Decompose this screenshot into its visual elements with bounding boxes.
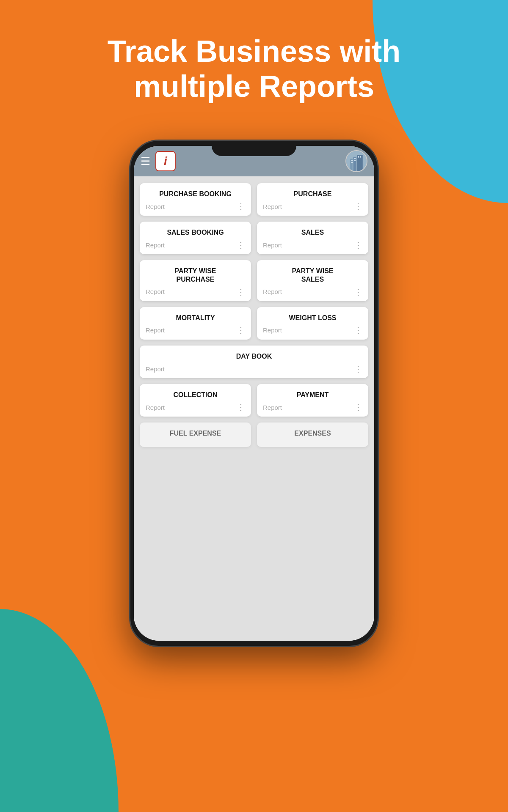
card-day-book[interactable]: DAY BOOK Report ⋮ <box>140 346 368 378</box>
card-expenses-partial: EXPENSES <box>257 422 368 447</box>
report-label: Report <box>146 404 165 411</box>
more-options-icon[interactable]: ⋮ <box>237 326 245 335</box>
report-label: Report <box>146 365 165 373</box>
card-footer-purchase-booking: Report ⋮ <box>146 202 245 211</box>
card-footer-sales: Report ⋮ <box>263 241 362 249</box>
card-title-mortality: MORTALITY <box>146 314 245 322</box>
report-label: Report <box>146 241 165 249</box>
phone-frame: ☰ i <box>129 140 379 647</box>
card-payment[interactable]: PAYMENT Report ⋮ <box>257 384 368 417</box>
svg-rect-9 <box>360 156 361 158</box>
avatar <box>345 150 367 172</box>
card-purchase[interactable]: PURCHASE Report ⋮ <box>257 183 368 216</box>
hamburger-icon[interactable]: ☰ <box>141 155 150 168</box>
card-title-weight-loss: WEIGHT LOSS <box>263 314 362 322</box>
card-footer-weight-loss: Report ⋮ <box>263 326 362 335</box>
more-options-icon[interactable]: ⋮ <box>354 365 362 373</box>
card-collection[interactable]: COLLECTION Report ⋮ <box>140 384 251 417</box>
svg-rect-5 <box>352 160 353 161</box>
svg-rect-13 <box>355 160 356 161</box>
card-footer-day-book: Report ⋮ <box>146 365 362 373</box>
card-sales-booking[interactable]: SALES BOOKING Report ⋮ <box>140 222 251 254</box>
card-weight-loss[interactable]: WEIGHT LOSS Report ⋮ <box>257 307 368 340</box>
more-options-icon[interactable]: ⋮ <box>237 288 245 296</box>
more-options-icon[interactable]: ⋮ <box>237 202 245 211</box>
card-title-sales: SALES <box>263 228 362 236</box>
card-footer-payment: Report ⋮ <box>263 403 362 411</box>
card-title-day-book: DAY BOOK <box>146 352 362 360</box>
avatar-image <box>346 151 367 171</box>
card-title-purchase: PURCHASE <box>263 190 362 198</box>
card-title-sales-booking: SALES BOOKING <box>146 228 245 236</box>
report-label: Report <box>263 288 282 295</box>
headline: Track Business with multiple Reports <box>0 34 508 104</box>
report-label: Report <box>146 326 165 334</box>
svg-rect-6 <box>354 158 355 159</box>
card-purchase-booking[interactable]: PURCHASE BOOKING Report ⋮ <box>140 183 251 216</box>
card-fuel-expense-partial: FUEL EXPENSE <box>140 422 251 447</box>
phone-mockup: ☰ i <box>129 140 379 647</box>
svg-rect-11 <box>352 162 353 163</box>
card-party-wise-purchase[interactable]: PARTY WISEPURCHASE Report ⋮ <box>140 260 251 301</box>
cards-grid: PURCHASE BOOKING Report ⋮ PURCHASE Repor… <box>140 183 368 447</box>
card-footer-party-wise-purchase: Report ⋮ <box>146 288 245 296</box>
svg-rect-7 <box>355 158 356 159</box>
more-options-icon[interactable]: ⋮ <box>354 202 362 211</box>
more-options-icon[interactable]: ⋮ <box>237 403 245 411</box>
svg-rect-4 <box>351 160 352 161</box>
headline-line1: Track Business with <box>108 34 400 68</box>
report-label: Report <box>146 288 165 295</box>
card-title-party-wise-sales: PARTY WISESALES <box>263 267 362 283</box>
card-title-collection: COLLECTION <box>146 391 245 399</box>
report-label: Report <box>146 203 165 210</box>
app-logo: i <box>155 151 176 171</box>
more-options-icon[interactable]: ⋮ <box>354 403 362 411</box>
svg-rect-12 <box>354 160 355 161</box>
card-title-payment: PAYMENT <box>263 391 362 399</box>
card-title-expenses: EXPENSES <box>263 429 362 437</box>
report-label: Report <box>263 203 282 210</box>
card-title-party-wise-purchase: PARTY WISEPURCHASE <box>146 267 245 283</box>
phone-screen: ☰ i <box>134 146 374 641</box>
card-title-purchase-booking: PURCHASE BOOKING <box>146 190 245 198</box>
report-label: Report <box>263 404 282 411</box>
card-mortality[interactable]: MORTALITY Report ⋮ <box>140 307 251 340</box>
more-options-icon[interactable]: ⋮ <box>237 241 245 249</box>
report-label: Report <box>263 241 282 249</box>
card-footer-collection: Report ⋮ <box>146 403 245 411</box>
more-options-icon[interactable]: ⋮ <box>354 241 362 249</box>
more-options-icon[interactable]: ⋮ <box>354 288 362 296</box>
more-options-icon[interactable]: ⋮ <box>354 326 362 335</box>
headline-line2: multiple Reports <box>134 69 374 103</box>
card-title-fuel-expense: FUEL EXPENSE <box>146 429 245 437</box>
svg-rect-10 <box>351 162 352 163</box>
svg-rect-8 <box>358 156 359 158</box>
card-sales[interactable]: SALES Report ⋮ <box>257 222 368 254</box>
app-content: PURCHASE BOOKING Report ⋮ PURCHASE Repor… <box>134 176 374 641</box>
bg-teal-accent <box>0 609 119 812</box>
card-footer-party-wise-sales: Report ⋮ <box>263 288 362 296</box>
card-footer-purchase: Report ⋮ <box>263 202 362 211</box>
card-footer-mortality: Report ⋮ <box>146 326 245 335</box>
report-label: Report <box>263 326 282 334</box>
phone-notch <box>212 141 296 156</box>
card-footer-sales-booking: Report ⋮ <box>146 241 245 249</box>
card-party-wise-sales[interactable]: PARTY WISESALES Report ⋮ <box>257 260 368 301</box>
